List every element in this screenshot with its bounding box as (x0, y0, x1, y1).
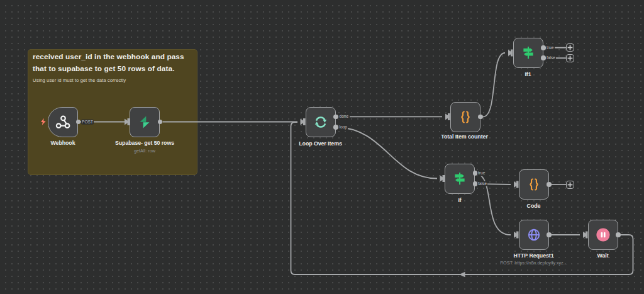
node-wait[interactable] (588, 220, 618, 250)
signpost-icon (452, 171, 468, 187)
node-loop-over-items[interactable] (306, 107, 336, 137)
input-port-wait (583, 232, 588, 239)
edge-total-if1[interactable] (483, 53, 505, 117)
add-node-button-if1-false[interactable] (566, 54, 574, 62)
input-port-supabase (125, 118, 130, 125)
braces-icon (526, 176, 542, 193)
port-label-if1-false: false (546, 55, 557, 61)
output-port-loop-done[interactable] (333, 115, 338, 120)
feedback-arrowhead (459, 272, 465, 278)
input-port-if (440, 175, 445, 182)
node-http-request1[interactable] (519, 220, 549, 250)
node-sublabel-supabase: getAll: row (82, 148, 208, 154)
plus-icon (567, 55, 573, 61)
signpost-icon (520, 45, 536, 61)
supabase-icon (136, 114, 153, 130)
input-port-if1 (508, 50, 513, 57)
input-port-total (445, 113, 450, 120)
plus-icon (567, 45, 573, 50)
output-port-wait[interactable] (616, 232, 621, 237)
node-total-item-counter[interactable] (450, 102, 480, 132)
input-port-loop (301, 118, 306, 125)
execute-bolt-icon (40, 118, 47, 126)
node-webhook[interactable] (48, 107, 78, 137)
braces-icon (457, 109, 474, 125)
node-label-supabase: Supabase- get 50 rows (94, 140, 195, 146)
input-port-http (514, 232, 519, 239)
webhook-icon (55, 114, 71, 130)
node-if[interactable] (445, 164, 475, 194)
node-label-if1: If1 (478, 71, 579, 77)
output-port-total[interactable] (478, 115, 483, 120)
plus-icon (567, 182, 573, 188)
workflow-canvas[interactable]: received user_id in the webhook and pass… (0, 0, 644, 294)
node-if1[interactable] (513, 38, 543, 68)
node-code[interactable] (519, 169, 549, 200)
globe-icon (526, 227, 542, 243)
output-port-loop-loop[interactable] (333, 125, 338, 130)
node-label-code: Code (484, 203, 584, 209)
port-label-if-false: false (477, 181, 488, 187)
port-label-if-true: true (477, 171, 486, 176)
input-port-code (514, 181, 519, 188)
node-label-total-item-counter: Total Item counter (414, 133, 515, 140)
node-label-loop-over-items: Loop Over Items (270, 140, 371, 147)
node-label-if: If (409, 197, 510, 203)
output-port-http[interactable] (547, 232, 552, 237)
pause-icon (595, 227, 611, 243)
port-label-if1-true: true (546, 45, 555, 51)
port-label-done: done (338, 114, 350, 120)
port-label-post: POST (81, 119, 94, 125)
node-label-wait: Wait (553, 252, 644, 259)
port-label-loop: loop (338, 125, 348, 130)
node-supabase[interactable] (130, 107, 160, 137)
connections-layer (0, 0, 644, 294)
add-node-button-code[interactable] (566, 181, 574, 189)
add-node-button-if1-true[interactable] (566, 43, 574, 52)
loop-icon (313, 114, 329, 130)
node-sublabel-http-request1: POST: https://n8n.deployify.xyz... (471, 260, 597, 266)
output-port-code[interactable] (547, 182, 552, 187)
